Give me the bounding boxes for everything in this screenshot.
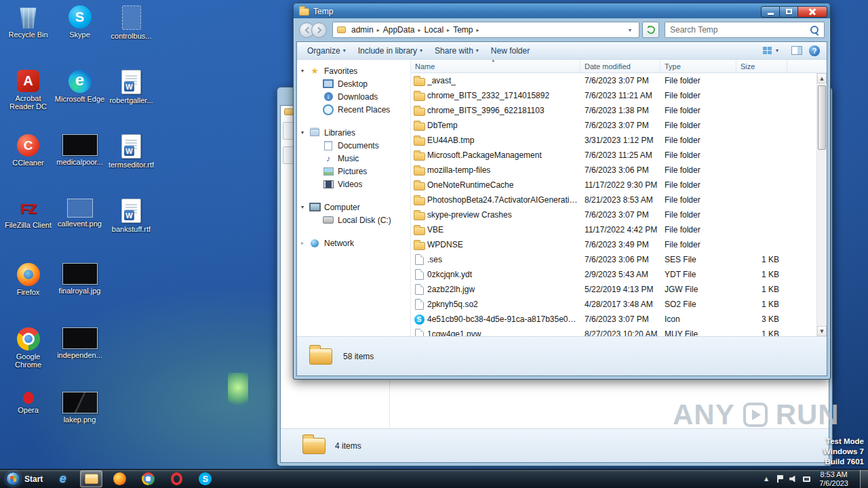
desktop-icon[interactable]: independen... <box>54 326 105 390</box>
nav-item[interactable]: Favorites <box>297 64 410 77</box>
file-row[interactable]: 4e51cb90-bc38-4d5e-91ca-a817b35e0ee5.t..… <box>411 312 816 327</box>
file-row[interactable]: mozilla-temp-files 7/6/2023 3:06 PM File… <box>411 163 816 178</box>
expander-icon[interactable] <box>301 68 309 74</box>
action-center-icon[interactable] <box>776 475 783 483</box>
titlebar[interactable]: Temp <box>294 3 830 18</box>
start-button[interactable]: Start <box>0 470 49 488</box>
desktop-icon[interactable]: lakep.png <box>54 390 105 455</box>
file-row[interactable]: 2azb22lh.jgw 5/22/2019 4:13 PM JGW File … <box>411 282 816 297</box>
share-with-button[interactable]: Share with▾ <box>429 44 485 58</box>
search-input[interactable] <box>665 25 808 35</box>
taskbar-app[interactable] <box>137 470 159 487</box>
column-header-type[interactable]: Type <box>660 60 736 73</box>
organize-button[interactable]: Organize▾ <box>301 44 352 58</box>
nav-item[interactable]: Documents <box>297 139 410 152</box>
expander-icon[interactable] <box>301 241 309 246</box>
desktop-icon[interactable]: FileZilla Client <box>3 197 54 262</box>
help-icon[interactable]: ? <box>809 45 820 56</box>
volume-icon[interactable] <box>789 476 797 483</box>
breadcrumb-item[interactable]: Local <box>422 25 446 35</box>
desktop-icon[interactable]: robertgaller... <box>106 68 157 133</box>
column-header-date-modified[interactable]: Date modified <box>580 60 660 73</box>
show-desktop-button[interactable] <box>860 470 868 488</box>
file-row[interactable]: PhotoshopBeta24.7ActivatorAIGenerativeFi… <box>411 192 816 207</box>
taskbar-app[interactable] <box>52 470 74 487</box>
desktop-icon[interactable]: Opera <box>3 390 54 455</box>
scroll-up-button[interactable]: ▲ <box>817 73 827 83</box>
column-header-size[interactable]: Size <box>736 60 787 73</box>
desktop-icon[interactable]: Recycle Bin <box>3 4 54 68</box>
breadcrumb-separator-icon[interactable]: ▸ <box>416 27 422 33</box>
file-row[interactable]: VBE 11/17/2022 4:42 PM File folder <box>411 222 816 237</box>
nav-item[interactable]: Downloads <box>297 90 410 103</box>
change-view-button[interactable]: ▾ <box>757 45 785 56</box>
breadcrumb-separator-icon[interactable]: ▸ <box>446 27 451 33</box>
file-row[interactable]: .ses 7/6/2023 3:06 PM SES File 1 KB <box>411 252 816 267</box>
breadcrumb-separator-icon[interactable]: ▸ <box>376 27 381 33</box>
nav-item[interactable]: Network <box>297 237 410 249</box>
file-row[interactable]: chrome_BITS_2332_1714015892 7/6/2023 11:… <box>411 88 816 103</box>
file-row[interactable]: 1cgw4ge1.pvw 8/27/2023 10:20 AM MUY File… <box>411 327 816 336</box>
column-header-name[interactable]: Name ▴ <box>411 60 580 73</box>
vertical-scrollbar[interactable]: ▲ ▼ <box>816 73 827 336</box>
file-row[interactable]: 0zkcjqnk.ydt 2/9/2023 5:43 AM YDT File 1… <box>411 267 816 282</box>
desktop-icon[interactable]: controlbus... <box>106 4 157 68</box>
file-row[interactable]: DbTemp 7/6/2023 3:07 PM File folder <box>411 118 816 133</box>
desktop-icon[interactable]: callevent.png <box>54 197 105 262</box>
refresh-button[interactable] <box>642 22 659 38</box>
expander-icon[interactable] <box>301 130 309 136</box>
desktop-icon[interactable]: Skype <box>54 4 105 68</box>
minimize-button[interactable] <box>761 6 780 18</box>
forward-button[interactable] <box>311 22 327 38</box>
maximize-button[interactable] <box>780 6 797 18</box>
file-row[interactable]: WPDNSE 7/6/2023 3:49 PM File folder <box>411 237 816 252</box>
nav-item[interactable]: Pictures <box>297 165 410 178</box>
taskbar-app[interactable] <box>194 470 216 487</box>
nav-item[interactable]: Libraries <box>297 126 410 139</box>
taskbar-app[interactable] <box>108 470 131 487</box>
nav-item[interactable]: Desktop <box>297 77 410 90</box>
file-row[interactable]: EU44AB.tmp 3/31/2023 1:12 PM File folder <box>411 133 816 148</box>
include-in-library-button[interactable]: Include in library▾ <box>352 44 429 58</box>
desktop-icon[interactable]: Acrobat Reader DC <box>3 68 54 133</box>
search-icon[interactable] <box>810 25 819 35</box>
file-row[interactable]: skype-preview Crashes 7/6/2023 3:07 PM F… <box>411 207 816 222</box>
clock[interactable]: 8:53 AM 7/6/2023 <box>819 470 848 487</box>
file-row[interactable]: OneNoteRuntimeCache 11/17/2022 9:30 PM F… <box>411 178 816 192</box>
file-row[interactable]: _avast_ 7/6/2023 3:07 PM File folder <box>411 73 816 88</box>
breadcrumb-item[interactable]: AppData <box>381 25 417 35</box>
desktop-icon[interactable]: CCleaner <box>3 133 54 197</box>
file-date-modified: 7/6/2023 3:06 PM <box>580 165 660 175</box>
desktop-icon[interactable]: medicalpoor... <box>54 133 105 197</box>
file-row[interactable]: chrome_BITS_3996_622181103 7/6/2023 1:38… <box>411 103 816 118</box>
desktop-icon[interactable]: finalroyal.jpg <box>54 262 105 326</box>
desktop-icon[interactable]: Google Chrome <box>3 326 54 390</box>
breadcrumb-item[interactable]: admin <box>349 25 376 35</box>
file-name: chrome_BITS_2332_1714015892 <box>427 91 580 100</box>
scrollbar-thumb[interactable] <box>818 85 826 150</box>
scroll-down-button[interactable]: ▼ <box>817 326 827 336</box>
taskbar-app[interactable] <box>165 470 188 487</box>
desktop-icon[interactable]: termseditor.rtf <box>106 133 157 197</box>
nav-item[interactable]: Local Disk (C:) <box>297 214 410 226</box>
nav-item[interactable]: Music <box>297 152 410 165</box>
file-row[interactable]: 2pknyh5q.so2 4/28/2017 3:48 AM SO2 File … <box>411 297 816 312</box>
nav-item[interactable]: Recent Places <box>297 103 410 116</box>
nav-item[interactable]: Videos <box>297 178 410 190</box>
breadcrumb-separator-icon[interactable]: ▸ <box>475 27 480 33</box>
desktop-icon[interactable]: Firefox <box>3 262 54 326</box>
taskbar-app[interactable] <box>80 470 102 487</box>
network-icon[interactable] <box>803 476 810 482</box>
address-bar[interactable]: admin ▸ AppData ▸ Local ▸ Temp <box>332 22 639 38</box>
new-folder-button[interactable]: New folder <box>485 44 536 58</box>
desktop-icon[interactable]: Microsoft Edge <box>54 68 105 133</box>
address-history-dropdown-icon[interactable]: ▾ <box>624 27 636 33</box>
close-button[interactable] <box>797 6 827 18</box>
desktop-icon[interactable]: bankstuff.rtf <box>106 197 157 262</box>
preview-pane-icon[interactable] <box>791 46 802 55</box>
file-row[interactable]: Microsoft.PackageManagement 7/6/2023 11:… <box>411 148 816 163</box>
expander-icon[interactable] <box>301 205 309 210</box>
hidden-icons-button[interactable]: ▲ <box>762 474 770 483</box>
nav-item[interactable]: Computer <box>297 201 410 214</box>
breadcrumb-item[interactable]: Temp <box>451 25 475 35</box>
